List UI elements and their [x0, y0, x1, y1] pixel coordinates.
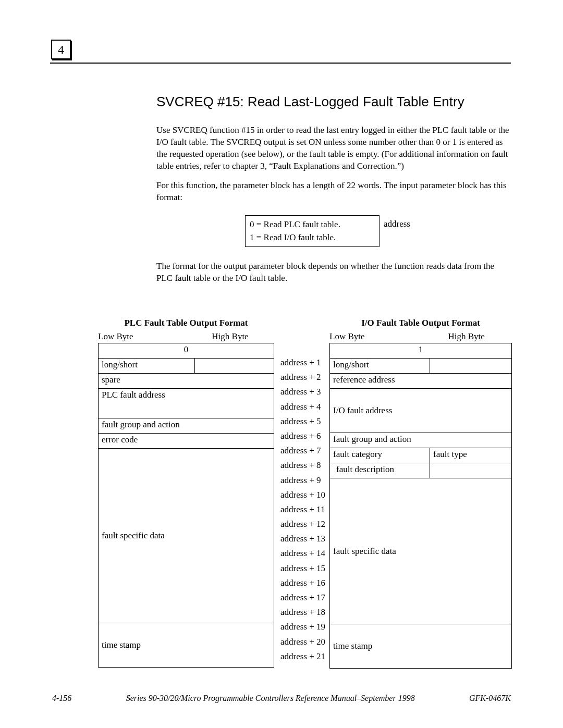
plc-high-byte-label: High Byte: [186, 331, 274, 342]
addr-9: address + 9: [278, 475, 325, 490]
param-cell: 0 = Read PLC fault table. 1 = Read I/O f…: [245, 215, 380, 247]
plc-row0: 0: [99, 343, 274, 359]
io-fault-address: I/O fault address: [330, 389, 512, 433]
addr-5: address + 5: [278, 416, 325, 431]
param-line-0: 0 = Read PLC fault table.: [250, 218, 375, 231]
chapter-number-box: 4: [51, 40, 71, 59]
page-footer: 4-156 Series 90-30/20/Micro Programmable…: [52, 694, 511, 703]
io-reference-address: reference address: [330, 374, 512, 389]
plc-error-code: error code: [99, 434, 274, 449]
addr-18: address + 18: [278, 607, 325, 622]
plc-fault-group-action: fault group and action: [99, 418, 274, 434]
paragraph-2: For this function, the parameter block h…: [156, 180, 511, 204]
plc-byte-headers: Low Byte High Byte: [98, 331, 274, 342]
io-byte-headers: Low Byte High Byte: [329, 331, 512, 342]
addr-4: address + 4: [278, 402, 325, 416]
footer-page-number: 4-156: [52, 694, 71, 703]
input-parameter-block: 0 = Read PLC fault table. 1 = Read I/O f…: [245, 215, 422, 247]
plc-fault-specific-data: fault specific data: [99, 449, 274, 623]
footer-manual-title: Series 90-30/20/Micro Programmable Contr…: [71, 694, 469, 703]
section-heading: SVCREQ #15: Read Last-Logged Fault Table…: [156, 94, 511, 110]
addr-21: address + 21: [278, 651, 325, 666]
plc-output-table: 0 long/short spare PLC fault address fau…: [98, 343, 274, 668]
plc-table-column: PLC Fault Table Output Format Low Byte H…: [98, 318, 274, 669]
addr-spacer-title: [278, 318, 325, 330]
addr-11: address + 11: [278, 504, 325, 519]
io-fault-group-action: fault group and action: [330, 433, 512, 448]
addr-6: address + 6: [278, 431, 325, 446]
addr-19: address + 19: [278, 622, 325, 636]
plc-long-short: long/short: [99, 359, 195, 374]
io-long-short-high: [430, 359, 512, 374]
addr-20: address + 20: [278, 637, 325, 651]
address-column: address + 1 address + 2 address + 3 addr…: [278, 318, 325, 669]
io-fault-type: fault type: [430, 448, 512, 463]
addr-2: address + 2: [278, 372, 325, 387]
addr-15: address + 15: [278, 563, 325, 578]
page: 4 SVCREQ #15: Read Last-Logged Fault Tab…: [0, 0, 563, 728]
plc-low-byte-label: Low Byte: [98, 331, 186, 342]
horizontal-rule: [50, 63, 511, 64]
tables-row: PLC Fault Table Output Format Low Byte H…: [98, 318, 511, 669]
addr-spacer-header: [278, 330, 325, 343]
addr-1: address + 1: [278, 357, 325, 372]
addr-7: address + 7: [278, 446, 325, 460]
io-fault-description: fault description: [330, 463, 430, 478]
io-table-column: I/O Fault Table Output Format Low Byte H…: [329, 318, 512, 669]
plc-time-stamp: time stamp: [99, 623, 274, 668]
plc-spare: spare: [99, 374, 274, 389]
addr-8: address + 8: [278, 460, 325, 475]
addr-3: address + 3: [278, 387, 325, 401]
io-time-stamp: time stamp: [330, 624, 512, 669]
param-line-1: 1 = Read I/O fault table.: [250, 231, 375, 244]
io-high-byte-label: High Byte: [421, 331, 512, 342]
addr-13: address + 13: [278, 534, 325, 548]
addr-17: address + 17: [278, 593, 325, 607]
io-fault-description-high: [430, 463, 512, 478]
io-fault-category: fault category: [330, 448, 430, 463]
io-output-table: 1 long/short reference address I/O fault…: [329, 343, 512, 669]
content-area: SVCREQ #15: Read Last-Logged Fault Table…: [156, 94, 511, 292]
plc-fault-address: PLC fault address: [99, 389, 274, 418]
chapter-number: 4: [58, 43, 64, 56]
paragraph-1: Use SVCREQ function #15 in order to read…: [156, 125, 511, 172]
plc-table-title: PLC Fault Table Output Format: [98, 318, 274, 328]
addr-12: address + 12: [278, 519, 325, 534]
addr-10: address + 10: [278, 490, 325, 504]
param-address-label: address: [380, 215, 410, 247]
plc-long-short-high: [195, 359, 274, 374]
io-fault-specific-data: fault specific data: [330, 478, 512, 624]
addr-14: address + 14: [278, 548, 325, 563]
addr-spacer-row0: [278, 343, 325, 357]
footer-doc-id: GFK-0467K: [469, 694, 511, 703]
io-low-byte-label: Low Byte: [329, 331, 421, 342]
io-long-short: long/short: [330, 359, 430, 374]
io-table-title: I/O Fault Table Output Format: [329, 318, 512, 328]
paragraph-3: The format for the output parameter bloc…: [156, 261, 511, 285]
io-row0: 1: [330, 343, 512, 359]
addr-16: address + 16: [278, 578, 325, 593]
